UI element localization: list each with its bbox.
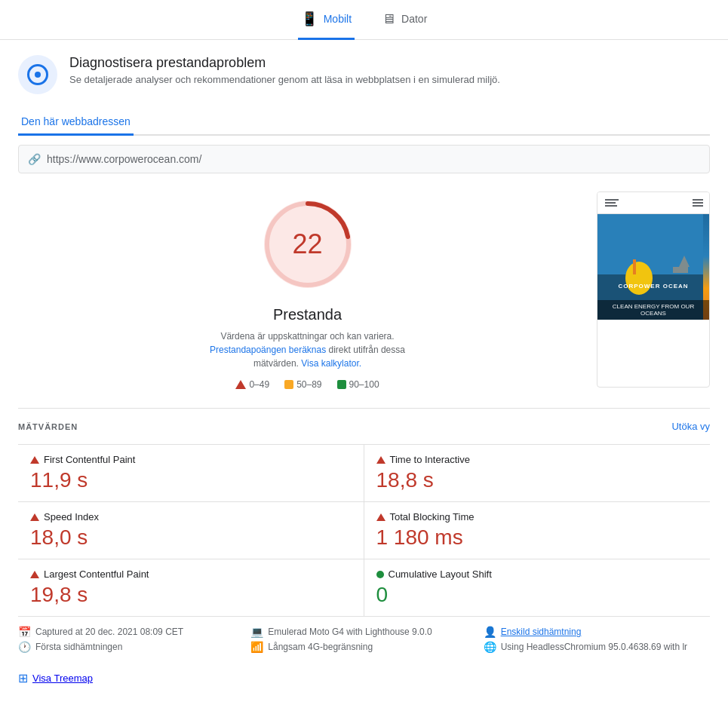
footer-network-text: Långsam 4G-begränsning [268, 642, 373, 652]
person-icon: 👤 [484, 626, 496, 638]
preview-image: CORPOWER OCEAN CLEAN ENERGY FROM OUR OCE… [597, 192, 710, 388]
metric-tti: Time to Interactive 18,8 s [364, 444, 711, 501]
calendar-icon: 📅 [18, 626, 31, 638]
url-value[interactable]: https://www.corpowerocean.com/ [47, 153, 201, 165]
metric-tbt-name: Total Blocking Time [390, 511, 475, 522]
mobile-icon: 📱 [301, 11, 318, 27]
main-content: Diagnostisera prestandaproblem Se detalj… [0, 40, 728, 709]
footer-info: 📅 Captured at 20 dec. 2021 08:09 CET 🕐 F… [18, 616, 710, 662]
footer-col-mid: 💻 Emulerad Moto G4 with Lighthouse 9.0.0… [250, 626, 477, 653]
score-link1[interactable]: Prestandapoängen beräknas [210, 345, 326, 355]
score-section: 22 Prestanda Värdena är uppskattningar o… [18, 192, 710, 390]
diagnostics-description: Se detaljerade analyser och rekommendati… [69, 74, 500, 85]
metric-cls-value: 0 [376, 583, 699, 607]
diagnostics-icon-wrap [18, 55, 57, 94]
score-left: 22 Prestanda Värdena är uppskattningar o… [18, 192, 597, 390]
metric-lcp-icon [30, 571, 39, 578]
preview-logo [604, 197, 626, 209]
score-legend: 0–49 50–89 90–100 [235, 379, 379, 390]
legend-medium-label: 50–89 [296, 379, 321, 390]
url-input-row: 🔗 https://www.corpowerocean.com/ [18, 145, 710, 173]
diagnostics-text: Diagnostisera prestandaproblem Se detalj… [69, 55, 500, 85]
desktop-icon: 🖥 [382, 11, 395, 27]
preview-logo-icon [604, 197, 626, 209]
legend-good-icon [337, 380, 346, 389]
preview-ocean-bg: CORPOWER OCEAN CLEAN ENERGY FROM OUR OCE… [597, 214, 709, 320]
diagnostics-title: Diagnostisera prestandaproblem [69, 55, 500, 71]
tab-mobile[interactable]: 📱 Mobilt [298, 0, 355, 40]
tab-desktop-label: Dator [401, 13, 427, 25]
footer-first-fetch-text: Första sidhämtningen [35, 642, 122, 652]
metric-tti-name-row: Time to Interactive [376, 454, 699, 465]
legend-good: 90–100 [337, 379, 379, 390]
metric-lcp: Largest Contentful Paint 19,8 s [18, 559, 364, 616]
metric-fcp-name-row: First Contentful Paint [30, 454, 352, 465]
score-description: Värdena är uppskattningar och kan varier… [187, 329, 429, 370]
metric-lcp-name-row: Largest Contentful Paint [30, 568, 352, 580]
metric-si-name-row: Speed Index [30, 511, 352, 522]
legend-bad-label: 0–49 [249, 379, 269, 390]
metric-cls-name-row: Cumulative Layout Shift [376, 568, 699, 580]
footer-browser: 🌐 Using HeadlessChromium 95.0.4638.69 wi… [484, 641, 710, 653]
top-tabs: 📱 Mobilt 🖥 Dator [0, 0, 728, 40]
expand-view-button[interactable]: Utöka vy [671, 421, 710, 432]
treemap-row[interactable]: ⊞ Visa Treemap [18, 662, 710, 694]
link-icon: 🔗 [28, 153, 41, 165]
tab-desktop[interactable]: 🖥 Dator [379, 1, 430, 40]
legend-good-label: 90–100 [349, 379, 379, 390]
footer-col-left: 📅 Captured at 20 dec. 2021 08:09 CET 🕐 F… [18, 626, 244, 653]
metric-fcp-value: 11,9 s [30, 468, 352, 492]
browser-icon: 🌐 [484, 641, 496, 653]
score-label: Prestanda [273, 306, 342, 323]
metric-cls-icon [376, 571, 384, 578]
tab-mobile-label: Mobilt [324, 13, 352, 25]
legend-medium-icon [284, 380, 293, 389]
clock-icon: 🕐 [18, 641, 31, 653]
metric-tbt: Total Blocking Time 1 180 ms [364, 501, 711, 559]
device-icon: 💻 [250, 626, 263, 638]
metric-tti-name: Time to Interactive [390, 454, 470, 465]
url-tabs: Den här webbadressen [18, 109, 710, 136]
preview-logo-text: CORPOWER OCEAN [618, 283, 688, 290]
metric-lcp-value: 19,8 s [30, 583, 352, 607]
preview-hamburger-icon [693, 199, 703, 207]
treemap-link[interactable]: Visa Treemap [32, 673, 93, 684]
metric-si-icon [30, 513, 39, 521]
diagnostics-icon [27, 64, 48, 85]
preview-overlay: CORPOWER OCEAN [618, 245, 688, 290]
score-number: 22 [292, 228, 322, 260]
metrics-divider [18, 408, 710, 409]
metric-tti-icon [376, 456, 386, 464]
footer-emulated: 💻 Emulerad Moto G4 with Lighthouse 9.0.0 [250, 626, 477, 638]
metric-si-value: 18,0 s [30, 526, 352, 550]
wifi-icon: 📶 [250, 641, 263, 653]
footer-browser-text: Using HeadlessChromium 95.0.4638.69 with… [501, 642, 687, 652]
preview-caption: CLEAN ENERGY FROM OUR OCEANS [597, 300, 709, 320]
footer-col-right: 👤 Enskild sidhämtning 🌐 Using HeadlessCh… [484, 626, 710, 653]
footer-single-fetch-link[interactable]: Enskild sidhämtning [501, 627, 582, 637]
metrics-title: MÄTVÄRDEN [18, 422, 78, 431]
footer-single-fetch: 👤 Enskild sidhämtning [484, 626, 710, 638]
footer-network: 📶 Långsam 4G-begränsning [250, 641, 477, 653]
metric-fcp: First Contentful Paint 11,9 s [18, 444, 364, 501]
diagnostics-header: Diagnostisera prestandaproblem Se detalj… [18, 55, 710, 94]
legend-bad-icon [235, 380, 246, 389]
metric-cls-name: Cumulative Layout Shift [389, 568, 492, 580]
score-link2[interactable]: Visa kalkylator. [301, 358, 361, 369]
footer-emulated-text: Emulerad Moto G4 with Lighthouse 9.0.0 [268, 627, 432, 637]
score-desc-text: Värdena är uppskattningar och kan varier… [220, 331, 394, 342]
metric-fcp-icon [30, 456, 39, 464]
legend-medium: 50–89 [284, 379, 321, 390]
url-tab-this[interactable]: Den här webbadressen [18, 109, 134, 136]
score-circle: 22 [255, 192, 361, 297]
metric-tti-value: 18,8 s [376, 468, 699, 492]
metric-lcp-name: Largest Contentful Paint [44, 568, 149, 580]
footer-first-fetch: 🕐 Första sidhämtningen [18, 641, 244, 653]
metric-fcp-name: First Contentful Paint [44, 454, 135, 465]
treemap-icon: ⊞ [18, 671, 28, 685]
metrics-grid: First Contentful Paint 11,9 s Time to In… [18, 444, 710, 616]
legend-bad: 0–49 [235, 379, 269, 390]
metric-cls: Cumulative Layout Shift 0 [364, 559, 711, 616]
footer-captured: 📅 Captured at 20 dec. 2021 08:09 CET [18, 626, 244, 638]
metric-tbt-value: 1 180 ms [376, 526, 699, 550]
